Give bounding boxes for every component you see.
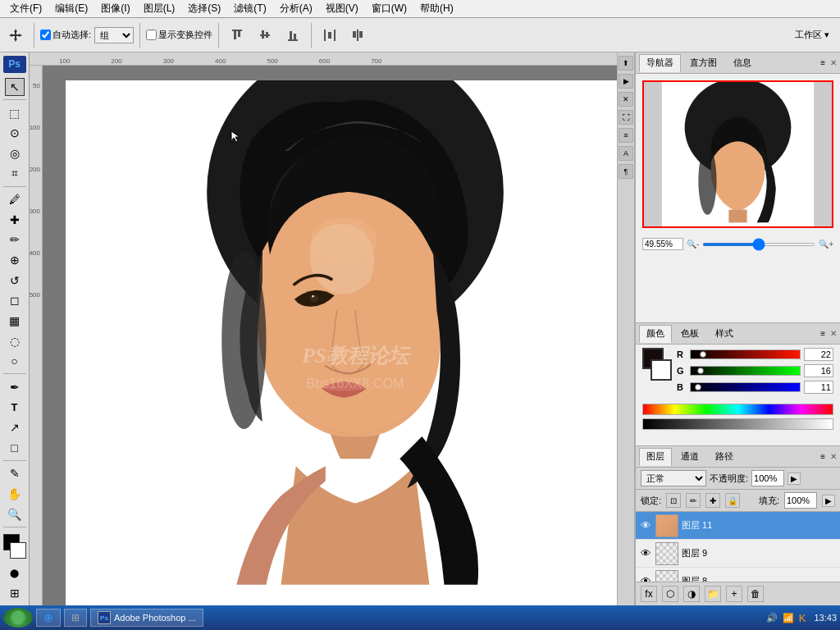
align-vcenter-btn[interactable] — [253, 25, 277, 46]
tab-color[interactable]: 颜色 — [639, 325, 672, 343]
clone-tool[interactable]: ⊕ — [5, 251, 25, 270]
navigator-close[interactable]: ✕ — [830, 58, 837, 67]
eraser-tool[interactable]: ◻ — [5, 291, 25, 310]
distribute-btn2[interactable] — [345, 25, 370, 46]
menu-layer[interactable]: 图层(L) — [137, 0, 182, 17]
menu-window[interactable]: 窗口(W) — [365, 0, 413, 17]
hand-tool[interactable]: ✋ — [5, 485, 25, 504]
grayscale-spectrum[interactable] — [642, 418, 833, 430]
menu-file[interactable]: 文件(F) — [3, 0, 48, 17]
align-top-btn[interactable] — [225, 25, 249, 46]
lock-all-btn[interactable]: 🔒 — [725, 493, 740, 508]
layers-close[interactable]: ✕ — [830, 452, 837, 461]
note-tool[interactable]: ✎ — [5, 464, 25, 483]
eyedropper-tool[interactable]: 🖉 — [5, 190, 25, 209]
menu-help[interactable]: 帮助(H) — [413, 0, 460, 17]
menu-analysis[interactable]: 分析(A) — [273, 0, 319, 17]
tab-layers[interactable]: 图层 — [639, 448, 672, 466]
move-tool[interactable]: ↖ — [5, 78, 25, 97]
zoom-input[interactable]: 49.55% — [642, 238, 683, 250]
lock-transparent-btn[interactable]: ⊡ — [666, 493, 681, 508]
taskbar-app2[interactable]: ⊞ — [64, 609, 87, 627]
color-menu[interactable]: ≡ — [817, 329, 829, 338]
menu-image[interactable]: 图像(I) — [94, 0, 136, 17]
canvas-document[interactable]: PS教程论坛 Bbs16XX8.COM — [66, 80, 635, 605]
zoom-tool[interactable]: 🔍 — [5, 504, 25, 523]
path-select-tool[interactable]: ↗ — [5, 418, 25, 437]
menu-select[interactable]: 选择(S) — [181, 0, 227, 17]
layer-8-eye[interactable]: 👁 — [639, 575, 652, 582]
strip-btn6[interactable]: A — [619, 146, 633, 161]
lock-image-btn[interactable]: ✏ — [686, 493, 701, 508]
strip-btn3[interactable]: ✕ — [619, 92, 633, 107]
tray-volume[interactable]: 🔊 — [766, 613, 778, 623]
layer-item-8[interactable]: 👁 图层 8 — [636, 568, 840, 582]
screen-mode-btn[interactable]: ⊞ — [5, 583, 25, 602]
blur-tool[interactable]: ◌ — [5, 331, 25, 350]
zoom-in-btn[interactable]: 🔍+ — [819, 240, 833, 249]
tray-antivirus[interactable]: K — [799, 612, 806, 624]
tab-histogram[interactable]: 直方图 — [682, 54, 724, 71]
background-color-swatch[interactable] — [651, 359, 672, 381]
quick-mask-btn[interactable]: ⬤ — [5, 564, 25, 582]
fill-arrow[interactable]: ▶ — [822, 495, 835, 507]
strip-btn2[interactable]: ▶ — [619, 74, 633, 89]
layer-9-eye[interactable]: 👁 — [639, 547, 652, 560]
menu-view[interactable]: 视图(V) — [319, 0, 365, 17]
layers-menu[interactable]: ≡ — [817, 452, 829, 461]
b-value-input[interactable]: 11 — [804, 381, 833, 394]
menu-edit[interactable]: 编辑(E) — [48, 0, 94, 17]
add-mask-btn[interactable]: ⬡ — [662, 586, 678, 602]
strip-btn1[interactable]: ⬆ — [619, 56, 633, 71]
align-bottom-btn[interactable] — [281, 25, 305, 46]
heal-tool[interactable]: ✚ — [5, 210, 25, 229]
color-spectrum[interactable] — [642, 404, 833, 415]
menu-filter[interactable]: 滤镜(T) — [227, 0, 272, 17]
tab-swatches[interactable]: 色板 — [673, 325, 706, 342]
tab-info[interactable]: 信息 — [726, 54, 759, 71]
zoom-slider[interactable] — [702, 243, 815, 246]
workspace-btn[interactable]: 工作区 ▾ — [788, 26, 837, 43]
opacity-arrow[interactable]: ▶ — [788, 472, 801, 485]
strip-btn5[interactable]: ≡ — [619, 128, 633, 143]
new-adjustment-btn[interactable]: ◑ — [683, 586, 700, 602]
layer-11-eye[interactable]: 👁 — [639, 519, 652, 532]
color-close[interactable]: ✕ — [830, 329, 837, 338]
start-button[interactable] — [3, 608, 33, 628]
quick-select-tool[interactable]: ◎ — [5, 144, 25, 163]
r-value-input[interactable]: 22 — [804, 348, 833, 361]
opacity-input[interactable] — [751, 470, 784, 486]
auto-select-checkbox[interactable] — [40, 30, 51, 40]
lasso-tool[interactable]: ⊙ — [5, 124, 25, 143]
tab-navigator[interactable]: 导航器 — [639, 54, 681, 72]
marquee-tool[interactable]: ⬚ — [5, 103, 25, 122]
color-picker[interactable] — [3, 534, 26, 559]
gradient-tool[interactable]: ▦ — [5, 312, 25, 331]
layer-item-9[interactable]: 👁 图层 9 — [636, 540, 840, 568]
shape-tool[interactable]: □ — [5, 438, 25, 457]
tab-channels[interactable]: 通道 — [673, 448, 706, 465]
layer-item-11[interactable]: 👁 图层 11 — [636, 512, 840, 540]
distribute-btn1[interactable] — [317, 25, 342, 46]
navigator-menu[interactable]: ≡ — [817, 58, 829, 67]
taskbar-ie[interactable]: ⊕ — [36, 609, 61, 627]
delete-layer-btn[interactable]: 🗑 — [747, 586, 764, 602]
zoom-out-btn[interactable]: 🔍- — [687, 240, 699, 249]
auto-select-type[interactable]: 组 图层 — [94, 27, 134, 43]
new-layer-btn[interactable]: + — [726, 586, 742, 602]
history-brush-tool[interactable]: ↺ — [5, 271, 25, 290]
strip-btn4[interactable]: ⛶ — [619, 110, 633, 125]
add-layer-style-btn[interactable]: fx — [641, 586, 657, 602]
g-value-input[interactable]: 16 — [804, 364, 833, 377]
fill-input[interactable] — [784, 492, 817, 509]
dodge-tool[interactable]: ○ — [5, 352, 25, 371]
navigator-preview[interactable] — [642, 80, 833, 228]
strip-btn7[interactable]: ¶ — [619, 164, 633, 179]
g-slider[interactable] — [690, 366, 801, 376]
tray-network[interactable]: 📶 — [783, 613, 794, 623]
bg-color[interactable] — [10, 542, 26, 559]
r-slider[interactable] — [690, 349, 801, 359]
pen-tool[interactable]: ✒ — [5, 377, 25, 396]
type-tool[interactable]: T — [5, 398, 25, 417]
crop-tool[interactable]: ⌗ — [5, 164, 25, 183]
